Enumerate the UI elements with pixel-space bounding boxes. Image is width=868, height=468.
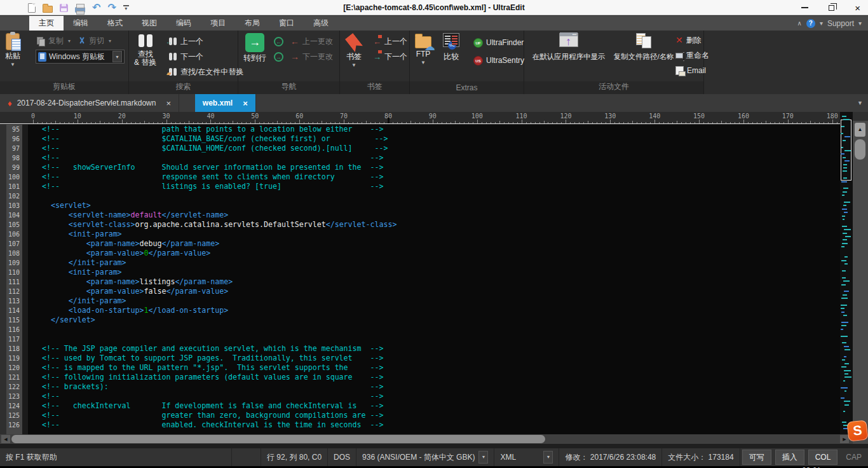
horizontal-scrollbar[interactable]: ◀ ▶ xyxy=(0,434,853,444)
prev-bookmark-button[interactable]: ← 上一个 xyxy=(373,34,407,48)
code-line: 97 <!-- $CATALINA_HOME/conf (checked sec… xyxy=(0,144,840,153)
gutter-edge xyxy=(0,153,6,163)
vertical-scrollbar[interactable]: ▲ xyxy=(853,112,868,444)
copy-button[interactable]: 复制 ▾ xyxy=(37,34,71,48)
code-line: 103 <servlet> xyxy=(0,201,840,210)
copy-file-path-button[interactable]: 复制文件路径/名称 xyxy=(612,33,675,62)
next-change-button[interactable]: → 下一更改 xyxy=(290,50,333,64)
ribbon-tab-1[interactable]: 编辑 xyxy=(64,16,98,31)
ribbon-tab-0[interactable]: 主页 xyxy=(29,16,64,31)
ribbon-tab-6[interactable]: 布局 xyxy=(235,16,269,31)
nav-forward-button[interactable]: → xyxy=(274,50,283,64)
cut-icon xyxy=(78,37,86,45)
status-col-mode-button[interactable]: COL xyxy=(808,450,838,465)
quick-access-toolbar: ↶ ↷ ▾ xyxy=(28,0,129,15)
new-file-icon[interactable] xyxy=(28,3,36,13)
horizontal-scrollbar-thumb[interactable] xyxy=(11,435,545,443)
status-syntax[interactable]: XML ▼ xyxy=(494,448,559,466)
status-caret-position[interactable]: 行 92, 列 80, C0 xyxy=(261,448,328,466)
support-dropdown-icon[interactable]: ▾ xyxy=(858,20,862,27)
status-insert-mode-button[interactable]: 插入 xyxy=(775,450,804,465)
gutter-margin xyxy=(22,344,28,354)
ribbon-tab-bar: 主页编辑格式视图编码项目布局窗口高级 xyxy=(0,16,868,31)
next-bookmark-button[interactable]: → 下一个 xyxy=(373,50,407,64)
gutter-margin xyxy=(22,210,28,220)
encoding-dropdown-icon[interactable]: ▼ xyxy=(478,451,488,464)
nav-back-button[interactable]: ← xyxy=(274,34,283,48)
show-in-default-app-button[interactable]: ↑ 在默认应用程序中显示 xyxy=(531,33,607,62)
file-tab-close-icon[interactable]: × xyxy=(243,99,248,108)
save-icon[interactable] xyxy=(60,4,68,12)
code-editor[interactable]: 95 <!-- path that points to a location b… xyxy=(0,125,840,434)
status-writable-button[interactable]: 可写 xyxy=(742,450,771,465)
ribbon-tab-7[interactable]: 窗口 xyxy=(269,16,304,31)
gutter-edge xyxy=(0,420,6,430)
file-tab-1[interactable]: web.xml× xyxy=(195,94,256,112)
find-prev-button[interactable]: ← 上一个 xyxy=(168,34,203,48)
ruler-number: 180 xyxy=(827,113,838,120)
code-line: 111 <param-name>listings</param-name> xyxy=(0,277,840,287)
undo-icon[interactable]: ↶ xyxy=(92,3,100,13)
support-menu[interactable]: Support xyxy=(827,19,854,28)
ribbon-group-navigation: → 转到行 ← → ← 上一更改 → 下一更改 导航 xyxy=(238,31,340,94)
cut-button[interactable]: 剪切 ▾ xyxy=(78,34,111,48)
ribbon-tab-4[interactable]: 编码 xyxy=(166,16,201,31)
syntax-dropdown-icon[interactable]: ▼ xyxy=(543,451,553,464)
gutter-margin xyxy=(22,125,28,134)
paste-button[interactable]: 粘贴 ▼ xyxy=(5,33,20,67)
line-text: <servlet> xyxy=(28,201,840,210)
bookmark-button[interactable]: 书签 ▼ xyxy=(346,33,362,68)
collapse-ribbon-icon[interactable]: ∧ xyxy=(797,20,802,27)
line-text: <!-- following initialization parameters… xyxy=(28,373,840,382)
window-title: [E:\apache-tomcat-8.0.45\conf\web.xml] -… xyxy=(0,0,868,15)
ribbon-tab-5[interactable]: 项目 xyxy=(201,16,235,31)
minimize-button[interactable] xyxy=(801,7,808,8)
rename-file-button[interactable]: 重命名 xyxy=(675,48,709,62)
help-icon[interactable]: ? xyxy=(806,19,815,28)
code-line: 120 <!-- is mapped to the URL pattern "*… xyxy=(0,363,840,373)
find-next-button[interactable]: → 下一个 xyxy=(168,50,203,64)
ribbon-tab-3[interactable]: 视图 xyxy=(132,16,166,31)
document-map[interactable] xyxy=(840,112,853,434)
prev-change-button[interactable]: ← 上一更改 xyxy=(290,34,333,48)
email-file-button[interactable]: Email xyxy=(675,64,706,78)
ime-badge[interactable]: S xyxy=(846,420,868,441)
code-line: 125 <!-- greater than zero, background c… xyxy=(0,411,840,420)
line-number: 103 xyxy=(6,201,22,210)
close-button[interactable]: × xyxy=(855,3,860,13)
modified-diamond-icon: ♦ xyxy=(8,99,12,107)
find-prev-icon: ← xyxy=(168,37,177,46)
goto-line-button[interactable]: → 转到行 xyxy=(243,33,266,63)
file-tab-close-icon[interactable]: × xyxy=(166,99,171,108)
delete-file-button[interactable]: ✕ 删除 xyxy=(675,33,702,47)
scrollbar-corner xyxy=(853,112,868,121)
clipboard-selector[interactable]: Windows 剪贴板 ▼ xyxy=(36,50,125,64)
restore-button[interactable] xyxy=(829,5,834,11)
tab-list-dropdown-icon[interactable]: ▼ xyxy=(857,100,863,106)
status-line-ending[interactable]: DOS xyxy=(328,448,356,466)
ruler-number: 30 xyxy=(163,113,170,120)
code-line: 96 <!-- $CATALINA_BASE/conf (checked fir… xyxy=(0,134,840,144)
gutter-edge xyxy=(0,144,6,153)
line-text: </servlet> xyxy=(28,315,840,325)
qat-customize-icon[interactable]: ▾ xyxy=(123,5,129,11)
scroll-up-icon[interactable]: ▲ xyxy=(855,123,865,137)
status-encoding[interactable]: 936 (ANSI/OEM - 简体中文 GBK) ▼ xyxy=(356,448,494,466)
find-replace-button[interactable]: 查找 & 替换 xyxy=(134,33,156,67)
find-in-files-button[interactable]: ▰ 查找/在文件中替换 xyxy=(168,65,243,79)
ultrafinder-button[interactable]: UF UltraFinder xyxy=(473,36,524,50)
ultrasentry-button[interactable]: US UltraSentry xyxy=(473,53,524,67)
file-tab-0[interactable]: ♦2017-08-24-DispatcherServlet.markdown× xyxy=(0,94,179,112)
ftp-button[interactable]: ☁ FTP ▼ xyxy=(415,33,431,65)
compare-button[interactable]: UC 比较 xyxy=(443,33,459,62)
ribbon-tab-8[interactable]: 高级 xyxy=(304,16,338,31)
scroll-left-icon[interactable]: ◀ xyxy=(1,435,10,443)
gutter-margin xyxy=(22,134,28,144)
ribbon-tab-2[interactable]: 格式 xyxy=(98,16,132,31)
help-dropdown-icon[interactable]: ▾ xyxy=(820,20,823,27)
print-icon[interactable] xyxy=(75,7,85,13)
open-file-icon[interactable] xyxy=(43,6,53,13)
line-number: 118 xyxy=(6,344,22,354)
vertical-scrollbar-thumb[interactable] xyxy=(855,139,865,160)
redo-icon[interactable]: ↷ xyxy=(107,3,116,13)
